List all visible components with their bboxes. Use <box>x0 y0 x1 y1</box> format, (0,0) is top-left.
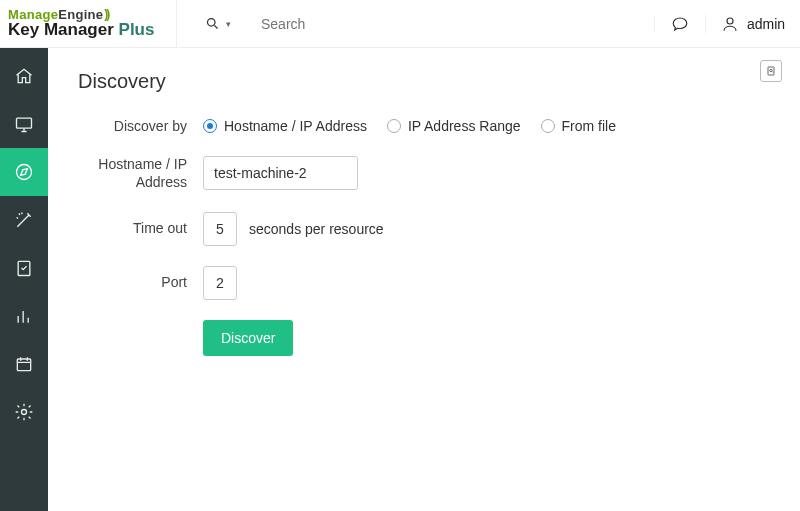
sidebar <box>0 48 48 511</box>
radio-dot-icon <box>387 119 401 133</box>
checklist-icon <box>14 258 34 278</box>
document-search-icon <box>765 65 777 77</box>
svg-point-2 <box>727 18 733 24</box>
gear-icon <box>14 402 34 422</box>
search-icon <box>205 16 220 31</box>
nav-discovery[interactable] <box>0 148 48 196</box>
radio-ip-range-label: IP Address Range <box>408 118 521 134</box>
nav-reports[interactable] <box>0 292 48 340</box>
bar-chart-icon <box>14 306 34 326</box>
nav-tasks[interactable] <box>0 244 48 292</box>
top-bar: ManageEngine)) Key Manager Plus ▾ admin <box>0 0 800 48</box>
user-menu[interactable]: admin <box>705 15 800 33</box>
nav-monitor[interactable] <box>0 100 48 148</box>
svg-point-0 <box>208 19 216 27</box>
page-action-button[interactable] <box>760 60 782 82</box>
logo-text-keymanager: Key Manager <box>8 20 119 39</box>
logo-signal-icon: )) <box>104 7 108 21</box>
radio-ip-range[interactable]: IP Address Range <box>387 118 521 134</box>
nav-schedule[interactable] <box>0 340 48 388</box>
radio-hostname-label: Hostname / IP Address <box>224 118 367 134</box>
wand-icon <box>14 210 34 230</box>
product-logo: ManageEngine)) Key Manager Plus <box>0 8 176 39</box>
radio-from-file-label: From file <box>562 118 616 134</box>
search-dropdown-caret-icon[interactable]: ▾ <box>226 19 231 29</box>
port-input[interactable] <box>203 266 237 300</box>
svg-point-4 <box>17 165 32 180</box>
label-hostname: Hostname / IP Address <box>78 155 203 191</box>
page-title: Discovery <box>78 70 770 93</box>
compass-icon <box>14 162 34 182</box>
nav-home[interactable] <box>0 52 48 100</box>
help-chat-button[interactable] <box>655 15 705 33</box>
search-area: ▾ <box>177 16 655 32</box>
discover-button[interactable]: Discover <box>203 320 293 356</box>
monitor-icon <box>14 114 34 134</box>
svg-point-9 <box>770 69 773 72</box>
hostname-input[interactable] <box>203 156 358 190</box>
home-icon <box>14 66 34 86</box>
radio-from-file[interactable]: From file <box>541 118 616 134</box>
calendar-icon <box>14 354 34 374</box>
label-port: Port <box>78 273 203 291</box>
main-panel: Discovery Discover by Hostname / IP Addr… <box>48 48 800 511</box>
logo-text-plus: Plus <box>119 20 155 39</box>
svg-point-7 <box>22 410 27 415</box>
timeout-suffix: seconds per resource <box>249 221 384 237</box>
search-input[interactable] <box>261 16 461 32</box>
nav-wizard[interactable] <box>0 196 48 244</box>
nav-settings[interactable] <box>0 388 48 436</box>
user-icon <box>721 15 739 33</box>
label-discover-by: Discover by <box>78 117 203 135</box>
label-timeout: Time out <box>78 219 203 237</box>
radio-hostname[interactable]: Hostname / IP Address <box>203 118 367 134</box>
svg-line-1 <box>214 25 217 28</box>
chat-icon <box>671 15 689 33</box>
svg-rect-6 <box>17 359 30 371</box>
user-label: admin <box>747 16 785 32</box>
svg-rect-3 <box>17 118 32 128</box>
timeout-input[interactable] <box>203 212 237 246</box>
radio-dot-icon <box>541 119 555 133</box>
radio-dot-icon <box>203 119 217 133</box>
svg-rect-8 <box>768 67 774 75</box>
